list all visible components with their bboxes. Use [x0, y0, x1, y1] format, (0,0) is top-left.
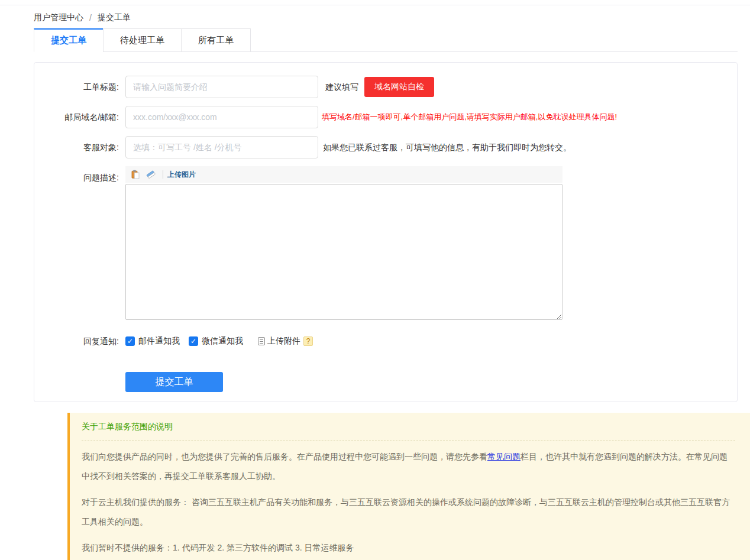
ticket-title-input[interactable] [125, 76, 318, 98]
notice-paragraph-1: 我们向您提供产品的同时，也为您提供了完善的售后服务。在产品使用过程中您可能遇到一… [82, 447, 735, 486]
notice-title: 关于工单服务范围的说明 [82, 422, 735, 432]
wechat-notify-label: 微信通知我 [202, 336, 243, 347]
description-row: 问题描述: 上传图片 [34, 166, 737, 322]
mail-domain-input[interactable] [125, 106, 318, 128]
agent-row: 客服对象: 如果您已联系过客服，可填写他的信息，有助于我们即时为您转交。 [34, 136, 737, 158]
document-icon [258, 337, 265, 345]
breadcrumb-separator: / [89, 13, 92, 22]
upload-attachment-link[interactable]: 上传附件 ? [258, 336, 313, 347]
upload-attachment-label: 上传附件 [267, 336, 300, 347]
domain-self-check-button[interactable]: 域名网站自检 [364, 77, 434, 97]
submit-row: 提交工单 [125, 372, 737, 392]
agent-label: 客服对象: [34, 136, 119, 158]
faq-link[interactable]: 常见问题 [487, 452, 521, 461]
notice-p1-before: 我们向您提供产品的同时，也为您提供了完善的售后服务。在产品使用过程中您可能遇到一… [82, 452, 487, 461]
ticket-title-row: 工单标题: 建议填写 域名网站自检 [34, 76, 737, 98]
breadcrumb: 用户管理中心 / 提交工单 [34, 12, 738, 23]
email-notify-label: 邮件通知我 [138, 336, 180, 347]
description-editor: 上传图片 [125, 166, 562, 322]
notify-label: 回复通知: [34, 330, 119, 352]
page-top-divider [0, 0, 750, 5]
submit-ticket-button[interactable]: 提交工单 [125, 372, 223, 392]
toolbar-divider [163, 170, 163, 179]
breadcrumb-current: 提交工单 [98, 12, 131, 23]
description-label: 问题描述: [34, 166, 119, 189]
agent-input[interactable] [125, 136, 318, 158]
wechat-notify-checkbox[interactable]: ✓ [189, 336, 198, 346]
service-scope-notice: 关于工单服务范围的说明 我们向您提供产品的同时，也为您提供了完善的售后服务。在产… [67, 413, 750, 560]
agent-hint: 如果您已联系过客服，可填写他的信息，有助于我们即时为您转交。 [323, 136, 571, 158]
tab-all-tickets[interactable]: 所有工单 [181, 28, 251, 52]
description-textarea[interactable] [125, 184, 562, 320]
notify-options: ✓ 邮件通知我 ✓ 微信通知我 上传附件 ? [125, 330, 313, 352]
notice-paragraph-3: 我们暂时不提供的服务：1. 代码开发 2. 第三方软件的调试 3. 日常运维服务 [82, 538, 735, 558]
notify-row: 回复通知: ✓ 邮件通知我 ✓ 微信通知我 上传附件 ? [34, 330, 737, 352]
mail-domain-label: 邮局域名/邮箱: [34, 106, 119, 128]
ticket-form: 工单标题: 建议填写 域名网站自检 邮局域名/邮箱: 填写域名/邮箱一项即可,单… [34, 62, 738, 402]
breadcrumb-user-center[interactable]: 用户管理中心 [34, 12, 83, 23]
suggest-fill-text: 建议填写 [325, 76, 358, 98]
clipboard-paste-icon[interactable] [131, 170, 140, 179]
notice-divider [82, 440, 735, 441]
upload-image-link[interactable]: 上传图片 [167, 170, 196, 180]
ticket-title-label: 工单标题: [34, 76, 119, 98]
help-question-icon[interactable]: ? [303, 336, 313, 346]
email-notify-checkbox[interactable]: ✓ [125, 336, 135, 346]
tab-bar: 提交工单 待处理工单 所有工单 [34, 28, 738, 52]
mail-domain-warning: 填写域名/邮箱一项即可,单个邮箱用户问题,请填写实际用户邮箱,以免耽误处理具体问… [322, 106, 617, 128]
notice-paragraph-2: 对于云主机我们提供的服务： 咨询三五互联主机产品有关功能和服务，与三五互联云资源… [82, 493, 735, 532]
tab-pending-tickets[interactable]: 待处理工单 [103, 28, 182, 52]
mail-domain-row: 邮局域名/邮箱: 填写域名/邮箱一项即可,单个邮箱用户问题,请填写实际用户邮箱,… [34, 106, 737, 128]
eraser-icon[interactable] [146, 170, 156, 179]
tab-submit-ticket[interactable]: 提交工单 [34, 28, 104, 52]
editor-toolbar: 上传图片 [125, 166, 562, 183]
